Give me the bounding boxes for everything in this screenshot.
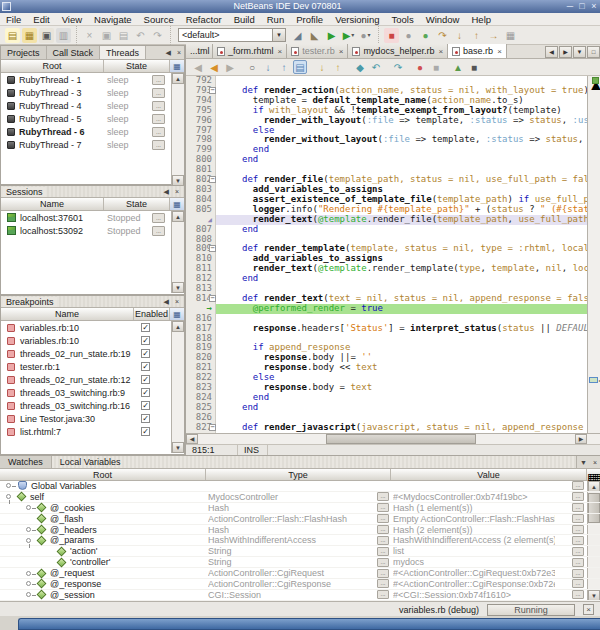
step-over-button[interactable]: ↷ (435, 28, 450, 43)
column-state[interactable]: State (104, 198, 170, 210)
column-value[interactable]: Value (391, 469, 587, 480)
maximize-editor-icon[interactable]: □ (587, 46, 600, 58)
code-line-818[interactable]: 818 (186, 334, 587, 344)
variable-row[interactable]: @_responseActionController::CgiResponse.… (0, 579, 600, 590)
table-options-button[interactable]: ▦ (170, 198, 184, 210)
row-edit-button[interactable]: ... (152, 88, 165, 98)
menu-navigate[interactable]: Navigate (88, 13, 138, 26)
breakpoints-titlebar[interactable]: Breakpoints ◀ × (1, 296, 184, 308)
column-enabled[interactable]: Enabled (134, 308, 170, 320)
row-edit-button[interactable]: ... (152, 114, 165, 124)
type-edit-button[interactable]: ... (377, 547, 389, 556)
variable-row[interactable]: 'action'String...list... (0, 546, 600, 557)
breakpoint-row[interactable]: threads_02_run_state.rb:19✓ (1, 347, 184, 360)
close-icon[interactable]: × (590, 459, 600, 466)
menu-versioning[interactable]: Versioning (329, 13, 385, 26)
profile-button[interactable]: ●▾ (358, 28, 373, 43)
code-line-796[interactable]: 796 render_with_layout(:file => template… (186, 116, 587, 126)
code-line-800[interactable]: 800end (186, 155, 587, 165)
editor-tab-tester-rb[interactable]: tester.rb× (287, 44, 348, 58)
menu-view[interactable]: View (56, 13, 88, 26)
type-edit-button[interactable]: ... (377, 514, 389, 523)
undo-button[interactable]: ↶ (133, 28, 148, 43)
value-edit-button[interactable]: ... (572, 536, 584, 545)
collapse-icon[interactable] (6, 493, 13, 500)
run-to-cursor-button[interactable]: → (486, 28, 501, 43)
thread-row[interactable]: RubyThread - 1sleep... (1, 73, 184, 86)
tab-watches[interactable]: Watches (0, 456, 52, 468)
close-icon[interactable]: × (588, 0, 600, 13)
close-tab-icon[interactable]: × (438, 47, 443, 56)
comment-button[interactable]: ▲ (451, 60, 465, 74)
code-line-824[interactable]: 824 end (186, 393, 587, 403)
variable-row[interactable]: @_cookiesHash...Hash (1 element(s))... (0, 503, 600, 514)
sessions-titlebar[interactable]: Sessions ◀ × (1, 186, 184, 198)
expand-icon[interactable] (26, 570, 33, 577)
code-fold-icon[interactable]: − (209, 87, 216, 94)
editor-tab-mydocs-helper-rb[interactable]: mydocs_helper.rb× (348, 44, 448, 58)
thread-row[interactable]: RubyThread - 6sleep... (1, 125, 184, 138)
breakpoint-row[interactable]: Line Testor.java:30✓ (1, 412, 184, 425)
code-line-809[interactable]: 809−def render_template(template, status… (186, 244, 587, 254)
type-edit-button[interactable]: ... (377, 579, 389, 588)
next-bookmark-button[interactable]: ↓ (315, 60, 329, 74)
find-next-button[interactable]: ↑ (277, 60, 291, 74)
code-line-795[interactable]: 795 if with_layout && !template_exempt_f… (186, 106, 587, 116)
back-button[interactable]: ◀ (207, 60, 221, 74)
scroll-up-icon[interactable]: ▲ (172, 211, 184, 222)
variable-row[interactable]: @_headersHash...Hash (2 element(s))... (0, 525, 600, 536)
value-edit-button[interactable]: ... (572, 579, 584, 588)
close-icon[interactable]: × (174, 49, 184, 56)
column-name[interactable]: Name (1, 198, 104, 210)
scroll-right-icon[interactable]: ▶ (575, 434, 587, 444)
tab-list-icon[interactable]: ▼ (573, 46, 586, 58)
menu-source[interactable]: Source (138, 13, 180, 26)
thread-row[interactable]: RubyThread - 7sleep... (1, 138, 184, 151)
scroll-down-icon[interactable]: ▼ (172, 442, 184, 453)
code-line-808[interactable]: 808 (186, 235, 587, 245)
variable-row[interactable]: @_sessionCGI::Session...#<CGI::Session:0… (0, 590, 600, 601)
code-line-797[interactable]: 797 else (186, 126, 587, 136)
macro-record-button[interactable]: ● (413, 60, 427, 74)
value-edit-button[interactable]: ... (572, 569, 584, 578)
row-edit-button[interactable]: ... (152, 213, 165, 223)
build-button[interactable]: ◢ (290, 28, 305, 43)
toggle-bookmark-button[interactable]: ◆ (353, 60, 367, 74)
type-edit-button[interactable]: ... (377, 525, 389, 534)
menu-window[interactable]: Window (420, 13, 466, 26)
tab-local-variables[interactable]: Local Variables (52, 456, 577, 468)
auto-hide-icon[interactable]: ◀ (163, 49, 174, 57)
expand-icon[interactable] (6, 482, 13, 489)
enabled-checkbox[interactable]: ✓ (141, 349, 150, 358)
scroll-tabs-right-icon[interactable]: ▶ (559, 46, 572, 58)
column-root[interactable]: Root (1, 60, 104, 72)
breakpoint-row[interactable]: threads_02_run_state.rb:12✓ (1, 373, 184, 386)
previous-occurrence-button[interactable]: ↶ (369, 60, 383, 74)
breakpoint-row[interactable]: threads_03_switching.rb:9✓ (1, 386, 184, 399)
paste-button[interactable]: ▤ (116, 28, 131, 43)
variable-row[interactable]: selfMydocsController...#<MydocsControlle… (0, 492, 600, 503)
code-line-803[interactable]: 803 add_variables_to_assigns (186, 185, 587, 195)
code-fold-icon[interactable]: − (209, 295, 216, 302)
enabled-checkbox[interactable]: ✓ (141, 388, 150, 397)
code-line-807[interactable]: 807end (186, 225, 587, 235)
redo-button[interactable]: ↷ (150, 28, 165, 43)
enabled-checkbox[interactable]: ✓ (141, 362, 150, 371)
code-fold-icon[interactable]: − (209, 245, 216, 252)
menu-build[interactable]: Build (228, 13, 261, 26)
scroll-up-icon[interactable]: ▲ (172, 73, 184, 84)
value-edit-button[interactable]: ... (572, 481, 584, 490)
enabled-checkbox[interactable]: ✓ (141, 336, 150, 345)
value-edit-button[interactable]: ... (572, 503, 584, 512)
code-fold-icon[interactable]: − (209, 424, 216, 431)
value-edit-button[interactable]: ... (572, 525, 584, 534)
scroll-up-icon[interactable]: ▲ (172, 321, 184, 332)
code-line-798[interactable]: 798 render_without_layout(:file => templ… (186, 135, 587, 145)
close-icon[interactable]: × (172, 188, 182, 195)
expand-icon[interactable] (26, 526, 33, 533)
session-row[interactable]: localhost:53092Stopped... (1, 224, 184, 237)
code-line-794[interactable]: 794 template = default_template_name(act… (186, 96, 587, 106)
thread-row[interactable]: RubyThread - 4sleep... (1, 99, 184, 112)
row-edit-button[interactable]: ... (152, 226, 165, 236)
clean-build-button[interactable]: ◣ (307, 28, 322, 43)
